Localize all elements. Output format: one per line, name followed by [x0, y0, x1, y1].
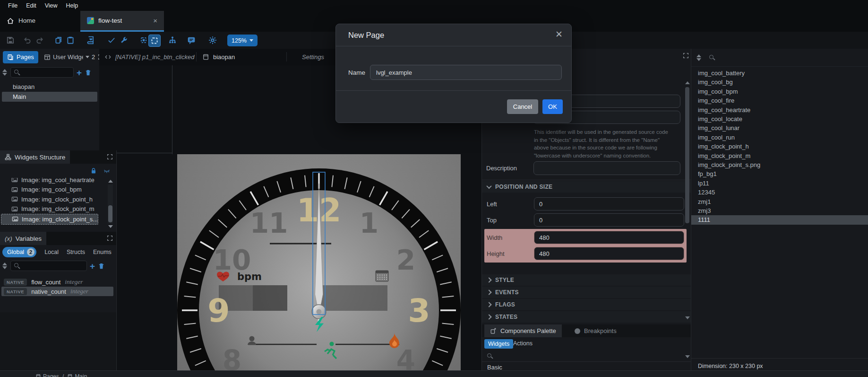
clock-page-preview[interactable]: 121234891011bpm [177, 154, 461, 370]
simulator-icon[interactable] [139, 35, 148, 45]
editor-tab--native-p1-inc-btn-clicked[interactable]: [NATIVE] p1_inc_btn_clicked [104, 49, 194, 65]
asset-item-img_cool_heartrate[interactable]: img_cool_heartrate [691, 105, 868, 115]
asset-item-img_cool_bg[interactable]: img_cool_bg [691, 78, 868, 87]
widget-tree-item[interactable]: Image: img_cool_heartrate [0, 178, 107, 185]
page-name-input[interactable] [370, 65, 562, 80]
section-states[interactable]: STATES [482, 311, 691, 323]
tab-flow-test[interactable]: flow-test × [80, 11, 164, 32]
palette-section-basic[interactable]: Basic [487, 364, 502, 371]
menu-item-view[interactable]: View [41, 2, 62, 9]
scroll-up-icon[interactable] [685, 81, 690, 84]
asset-item-12345[interactable]: 12345 [691, 188, 868, 197]
search-input[interactable] [10, 261, 87, 271]
tab-variables[interactable]: (x) Variables [0, 232, 46, 245]
lock-icon[interactable] [90, 167, 97, 175]
width-input[interactable]: 480 [534, 231, 684, 244]
tab-actions[interactable]: Actions [513, 340, 533, 347]
left-input[interactable]: 0 [534, 197, 684, 210]
expand-panel-icon[interactable] [107, 154, 113, 160]
scroll-down-icon[interactable] [108, 225, 113, 228]
menu-item-edit[interactable]: Edit [22, 2, 41, 9]
close-icon[interactable]: × [153, 17, 157, 24]
search-icon[interactable] [709, 55, 715, 61]
asset-item-fp_bg1[interactable]: fp_bg1 [691, 169, 868, 179]
asset-item-zmj3[interactable]: zmj3 [691, 206, 868, 216]
asset-item-img_cool_locate[interactable]: img_cool_locate [691, 114, 868, 124]
copy-icon[interactable] [54, 35, 63, 45]
tab-structs[interactable]: Structs [67, 249, 85, 255]
tab-breakpoints[interactable]: Breakpoints [575, 324, 617, 337]
tab-pages[interactable]: Pages [3, 51, 38, 63]
asset-item-img_cool_run[interactable]: img_cool_run [691, 133, 868, 142]
scroll-down-icon[interactable] [685, 316, 690, 319]
page-item-biaopan[interactable]: biaopan [0, 82, 99, 92]
menu-item-file[interactable]: File [4, 2, 22, 9]
add-variable-button[interactable]: + [90, 262, 95, 271]
asset-item-img_cool_bpm[interactable]: img_cool_bpm [691, 87, 868, 96]
guide-book-icon[interactable] [86, 35, 95, 45]
breadcrumb-item-pages[interactable]: Pages [35, 373, 59, 377]
add-page-button[interactable]: + [77, 68, 82, 77]
zoom-level-button[interactable]: 125% [227, 35, 258, 46]
widget-tree-item[interactable]: Image: img_clock_point_s... [1, 214, 98, 225]
validate-check-icon[interactable] [107, 35, 116, 45]
section-style[interactable]: STYLE [482, 274, 691, 286]
asset-item-img_clock_point_s.png[interactable]: img_clock_point_s.png [691, 160, 868, 170]
expand-panel-icon[interactable] [107, 235, 113, 242]
section-events[interactable]: EVENTS [482, 287, 691, 298]
ok-button[interactable]: OK [542, 99, 563, 114]
scroll-down-icon[interactable] [685, 355, 690, 358]
asset-item-lp11[interactable]: lp11 [691, 179, 868, 188]
section-position-and-size[interactable]: POSITION AND SIZE [482, 181, 691, 193]
delete-variable-button[interactable] [98, 263, 105, 270]
tab-local[interactable]: Local [44, 249, 59, 255]
top-input[interactable]: 0 [534, 213, 684, 227]
menu-item-help[interactable]: Help [62, 2, 83, 9]
tab-home[interactable]: Home [0, 11, 42, 30]
close-icon[interactable]: ✕ [555, 30, 563, 39]
build-wrench-icon[interactable] [119, 35, 129, 45]
asset-item-img_cool_fire[interactable]: img_cool_fire [691, 96, 868, 105]
eye-closed-icon[interactable] [103, 167, 111, 175]
page-item-Main[interactable]: Main [2, 92, 97, 102]
editor-tab-settings[interactable]: Settings [291, 49, 324, 65]
asset-item-img_cool_lunar[interactable]: img_cool_lunar [691, 123, 868, 133]
flow-tree-icon[interactable] [168, 35, 177, 45]
height-input[interactable]: 480 [534, 247, 684, 260]
asset-item-img_cool_battery[interactable]: img_cool_battery [691, 69, 868, 78]
cancel-button[interactable]: Cancel [507, 99, 538, 114]
asset-item-1111[interactable]: 1111 [691, 215, 868, 225]
widget-tree-item[interactable]: Image: img_clock_point_m [0, 204, 107, 214]
asset-item-img_clock_point_m[interactable]: img_clock_point_m [691, 151, 868, 161]
sort-icon[interactable] [696, 54, 702, 61]
delete-page-button[interactable] [85, 69, 92, 76]
sort-icon[interactable] [2, 69, 8, 76]
paste-icon[interactable] [66, 35, 75, 45]
frame-select-icon[interactable] [148, 35, 161, 47]
redo-icon[interactable] [35, 35, 44, 45]
section-flags[interactable]: FLAGS [482, 299, 691, 310]
asset-item-img_clock_point_h[interactable]: img_clock_point_h [691, 142, 868, 151]
tab-widgets[interactable]: Widgets [484, 339, 513, 349]
variable-row-flow_count[interactable]: NATIVEflow_countinteger [0, 277, 116, 287]
settings-gear-icon[interactable] [208, 35, 217, 45]
sort-icon[interactable] [2, 263, 8, 269]
tab-components-palette[interactable]: Components Palette [484, 324, 562, 337]
widget-tree-item[interactable]: Image: img_clock_point_h [0, 194, 107, 204]
comments-icon[interactable] [187, 35, 196, 45]
description-field[interactable] [533, 161, 680, 175]
save-icon[interactable] [6, 35, 15, 45]
widgets-tree-scrollbar[interactable] [108, 184, 113, 223]
expand-panel-icon[interactable] [683, 53, 689, 59]
tab-global[interactable]: Global2 [2, 247, 36, 257]
properties-scrollbar[interactable] [685, 87, 690, 223]
search-input[interactable] [10, 67, 74, 78]
tab-user-widgets[interactable]: User Widget 2 [44, 53, 95, 61]
scroll-up-icon[interactable] [108, 180, 113, 183]
tab-widgets-structure[interactable]: Widgets Structure [0, 150, 70, 164]
variable-row-native_count[interactable]: NATIVEnative_countinteger [1, 287, 113, 296]
asset-item-zmj1[interactable]: zmj1 [691, 197, 868, 207]
widget-tree-item[interactable]: Image: img_cool_bpm [0, 185, 107, 195]
breadcrumb-item-main[interactable]: Main [67, 373, 87, 377]
tab-enums[interactable]: Enums [93, 249, 112, 255]
